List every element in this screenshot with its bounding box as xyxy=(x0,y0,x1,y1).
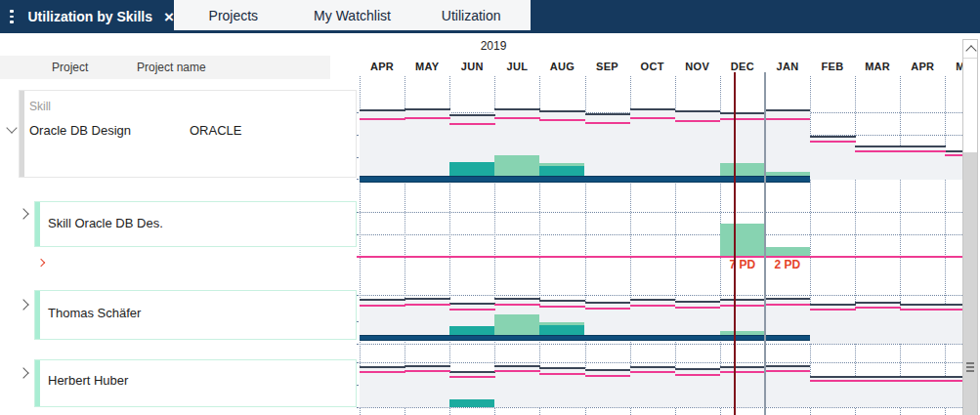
planned-line xyxy=(720,305,766,307)
capacity-line xyxy=(855,302,901,304)
capacity-line xyxy=(494,365,540,367)
month-gridline xyxy=(855,76,856,415)
capacity-line xyxy=(539,110,585,112)
planned-line xyxy=(900,150,946,152)
chart-bar xyxy=(720,163,765,176)
chevron-up-icon xyxy=(965,45,976,56)
menu-icon[interactable] xyxy=(10,10,14,23)
planned-line xyxy=(945,380,962,382)
capacity-line xyxy=(360,109,405,111)
capacity-line xyxy=(900,304,946,306)
planned-line xyxy=(765,118,811,120)
row-edge xyxy=(35,360,40,406)
tab-projects[interactable]: Projects xyxy=(174,0,293,30)
capacity-line xyxy=(945,304,962,306)
timeline-month-label: APR xyxy=(900,61,945,74)
tab-utilization[interactable]: Utilization xyxy=(411,0,531,30)
capacity-line xyxy=(900,145,946,147)
row-type-label: Skill xyxy=(29,100,51,113)
planned-line xyxy=(405,370,450,372)
chart-bar xyxy=(539,166,584,176)
planned-line xyxy=(539,306,585,308)
capacity-line xyxy=(765,298,811,300)
tab-my-watchlist[interactable]: My Watchlist xyxy=(293,0,412,30)
chevron-right-icon[interactable] xyxy=(18,299,28,310)
planned-line xyxy=(945,309,962,311)
timeline-month-label: MAR xyxy=(855,61,900,74)
active-tab-label: Utilization by Skills xyxy=(27,9,152,24)
capacity-line xyxy=(494,298,540,300)
overload-value-label: 7 PD xyxy=(720,258,765,271)
planned-line xyxy=(630,117,676,119)
base-utilization-bar xyxy=(360,176,810,183)
overload-baseline xyxy=(357,256,962,258)
row-skill-oracle-db-design[interactable]: Skill Oracle DB Design ORACLE xyxy=(19,90,357,178)
row-herbert-huber[interactable]: Herbert Huber xyxy=(34,359,357,407)
capacity-fill xyxy=(810,305,856,344)
capacity-line xyxy=(360,366,405,368)
tab-utilization-by-skills[interactable]: Utilization by Skills × xyxy=(0,0,174,33)
capacity-line xyxy=(945,150,962,152)
planned-line xyxy=(449,309,495,311)
capacity-line xyxy=(630,366,676,368)
planned-line xyxy=(675,374,721,376)
capacity-fill xyxy=(810,137,856,180)
timeline-month-label: JAN xyxy=(765,61,810,74)
capacity-line xyxy=(945,376,962,378)
capacity-line xyxy=(855,376,901,378)
chart-bar xyxy=(539,325,584,335)
row-skill-oracle-db-des[interactable]: Skill Oracle DB Des. xyxy=(34,201,357,247)
timeline-month-label: NOV xyxy=(675,61,720,74)
capacity-line xyxy=(900,376,946,378)
close-icon[interactable]: × xyxy=(164,9,174,25)
capacity-line xyxy=(360,299,405,301)
row-thomas-schaefer[interactable]: Thomas Schäfer xyxy=(34,290,357,340)
month-gridline xyxy=(900,76,901,415)
planned-line xyxy=(585,375,631,377)
grip-icon xyxy=(966,366,974,368)
chevron-right-icon[interactable] xyxy=(37,259,45,267)
capacity-line xyxy=(585,302,631,304)
planned-line xyxy=(449,123,495,125)
planned-line xyxy=(630,305,676,307)
planned-line xyxy=(539,373,585,375)
horizontal-gridline xyxy=(357,362,962,363)
capacity-line xyxy=(585,369,631,371)
chevron-right-icon[interactable] xyxy=(18,367,28,378)
planned-line xyxy=(765,304,811,306)
vertical-scrollbar[interactable] xyxy=(962,39,978,415)
capacity-line xyxy=(675,368,721,370)
planned-line xyxy=(945,154,962,156)
row-title: Oracle DB Design xyxy=(29,123,131,138)
timeline-month-label: JUN xyxy=(449,61,494,74)
row-edge xyxy=(20,91,24,177)
planned-line xyxy=(900,309,946,311)
year-separator-line xyxy=(764,72,766,415)
capacity-line xyxy=(765,109,811,111)
planned-line xyxy=(720,118,766,120)
capacity-line xyxy=(630,108,676,110)
planned-line xyxy=(405,304,450,306)
timeline-month-label: AUG xyxy=(539,61,584,74)
scrollbar-thumb[interactable] xyxy=(963,152,977,415)
planned-line xyxy=(765,370,811,372)
planned-line xyxy=(585,308,631,310)
column-header: Project Project name xyxy=(0,56,330,79)
planned-line xyxy=(855,150,901,152)
planned-line xyxy=(675,120,721,122)
chart-bar xyxy=(720,224,765,256)
utilization-chart[interactable]: 2019 APRMAYJUNJULAUGSEPOCTNOVDECJANFEBMA… xyxy=(357,33,962,415)
grip-icon xyxy=(966,370,974,372)
top-tab-bar: Utilization by Skills × Projects My Watc… xyxy=(0,0,980,33)
capacity-line xyxy=(720,366,766,368)
timeline-month-label: OCT xyxy=(630,61,675,74)
timeline-month-label: MAY xyxy=(405,61,449,74)
chevron-right-icon[interactable] xyxy=(18,208,28,219)
row-title: Thomas Schäfer xyxy=(48,306,141,320)
row-title: Skill Oracle DB Des. xyxy=(48,216,163,230)
column-header-project-name: Project name xyxy=(137,61,206,74)
capacity-fill xyxy=(720,367,766,407)
row-title: Herbert Huber xyxy=(48,373,128,388)
scroll-up-button[interactable] xyxy=(963,40,977,59)
chevron-down-icon[interactable] xyxy=(6,122,17,133)
